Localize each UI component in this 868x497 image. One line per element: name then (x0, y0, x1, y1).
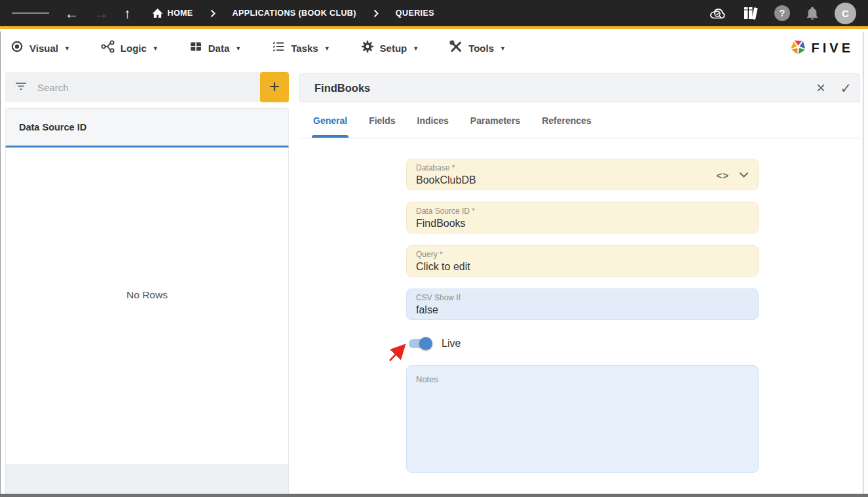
app-window: ← → ↑ HOME APPLICATIONS (BOOK CLUB) QUER… (0, 0, 868, 497)
menu-tools[interactable]: Tools ▼ (449, 40, 506, 56)
field-value: BookClubDB (416, 173, 749, 188)
caret-down-icon: ▼ (413, 45, 419, 52)
plus-icon: + (269, 78, 280, 96)
field-label: CSV Show If (416, 293, 749, 302)
library-books-icon[interactable] (742, 5, 759, 21)
five-pinwheel-icon (789, 38, 807, 58)
chevron-right-icon (373, 9, 379, 18)
breadcrumb-label: HOME (168, 9, 193, 18)
menu-logic[interactable]: Logic ▼ (101, 40, 159, 56)
up-arrow-icon[interactable]: ↑ (124, 7, 131, 20)
caret-down-icon: ▼ (64, 45, 70, 52)
menu-visual[interactable]: Visual ▼ (10, 40, 70, 56)
record-detail-panel: FindBooks × ✓ General Fields Indices Par… (299, 73, 860, 497)
logic-icon (101, 40, 115, 56)
cloud-inspect-icon[interactable] (709, 6, 727, 21)
live-toggle-row: Live (406, 331, 759, 356)
field-label: Data Source ID * (416, 207, 749, 216)
data-grid-icon (189, 40, 202, 56)
breadcrumb-applications[interactable]: APPLICATIONS (BOOK CLUB) (233, 9, 356, 18)
database-field[interactable]: Database * BookClubDB <> (406, 159, 759, 190)
menu-setup[interactable]: Setup ▼ (361, 40, 419, 56)
csv-show-if-field[interactable]: CSV Show If false (406, 288, 759, 320)
grid-column-header[interactable]: Data Source ID (5, 108, 289, 148)
field-value: Click to edit (416, 260, 749, 274)
live-toggle[interactable] (407, 337, 432, 350)
record-title: FindBooks (314, 82, 370, 94)
code-icon[interactable]: <> (716, 170, 729, 181)
breadcrumb: HOME APPLICATIONS (BOOK CLUB) QUERIES (152, 8, 434, 18)
field-label: Notes (416, 374, 438, 384)
search-bar: + (5, 72, 289, 102)
avatar[interactable]: C (835, 3, 856, 24)
chevron-right-icon (210, 9, 216, 18)
toggle-knob (419, 337, 432, 350)
tab-general[interactable]: General (313, 103, 347, 138)
close-icon[interactable]: × (816, 80, 825, 96)
breadcrumb-queries[interactable]: QUERIES (396, 9, 434, 18)
back-arrow-icon[interactable]: ← (65, 7, 79, 20)
data-source-id-field[interactable]: Data Source ID * FindBooks (406, 202, 759, 233)
help-icon[interactable]: ? (774, 5, 790, 21)
brand-text: FIVE (812, 41, 854, 56)
tools-icon (449, 40, 462, 56)
general-form: Database * BookClubDB <> Data Source ID … (406, 159, 759, 473)
caret-down-icon: ▼ (324, 45, 330, 52)
field-value: false (416, 303, 749, 317)
filter-icon[interactable] (14, 81, 28, 94)
save-check-icon[interactable]: ✓ (840, 81, 852, 95)
notifications-bell-icon[interactable] (805, 5, 820, 21)
window-left-border (0, 31, 1, 497)
notes-field[interactable]: Notes (406, 365, 759, 473)
top-navigation-bar: ← → ↑ HOME APPLICATIONS (BOOK CLUB) QUER… (0, 0, 868, 29)
menu-tasks[interactable]: Tasks ▼ (272, 40, 330, 56)
tab-parameters[interactable]: Parameters (470, 103, 520, 138)
field-label: Query * (416, 250, 749, 259)
detail-tabs: General Fields Indices Parameters Refere… (299, 103, 860, 138)
detail-header: FindBooks × ✓ (299, 73, 860, 102)
column-header-label: Data Source ID (19, 122, 86, 132)
gear-icon (361, 40, 374, 56)
forward-arrow-icon[interactable]: → (94, 7, 108, 20)
hamburger-menu-icon[interactable] (12, 10, 49, 16)
field-value: FindBooks (416, 216, 749, 231)
add-record-button[interactable]: + (260, 72, 289, 102)
visual-icon (10, 40, 24, 56)
grid-footer (5, 464, 289, 494)
caret-down-icon: ▼ (500, 45, 506, 52)
home-icon (152, 8, 163, 18)
tab-fields[interactable]: Fields (369, 103, 395, 138)
empty-state-text: No Rows (126, 289, 168, 325)
grid-body: No Rows (5, 149, 289, 464)
menu-data[interactable]: Data ▼ (189, 40, 241, 56)
query-field[interactable]: Query * Click to edit (406, 245, 759, 277)
main-menu-bar: Visual ▼ Logic ▼ (0, 31, 868, 64)
breadcrumb-home[interactable]: HOME (152, 8, 193, 18)
five-logo: FIVE (789, 38, 854, 58)
records-list-panel: + Data Source ID No Rows (5, 72, 289, 497)
field-label: Database * (416, 163, 749, 172)
caret-down-icon: ▼ (153, 45, 159, 52)
tasks-checklist-icon (272, 40, 285, 56)
tab-indices[interactable]: Indices (417, 103, 449, 138)
chevron-down-icon[interactable] (739, 169, 749, 181)
caret-down-icon: ▼ (235, 45, 241, 52)
live-label: Live (442, 338, 461, 349)
vertical-scrollbar[interactable] (863, 31, 868, 494)
search-input[interactable] (28, 82, 267, 93)
tab-references[interactable]: References (542, 103, 592, 138)
